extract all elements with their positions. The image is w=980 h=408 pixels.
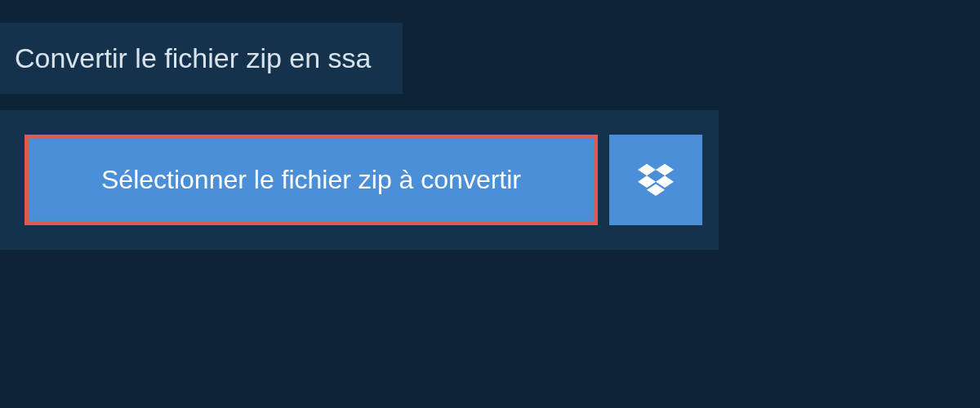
action-panel: Sélectionner le fichier zip à convertir: [0, 110, 719, 250]
page-header: Convertir le fichier zip en ssa: [0, 23, 403, 94]
dropbox-icon: [638, 161, 674, 200]
page-title: Convertir le fichier zip en ssa: [15, 42, 372, 74]
select-file-label: Sélectionner le fichier zip à convertir: [101, 165, 521, 195]
select-file-button[interactable]: Sélectionner le fichier zip à convertir: [24, 135, 598, 225]
dropbox-button[interactable]: [609, 135, 702, 225]
